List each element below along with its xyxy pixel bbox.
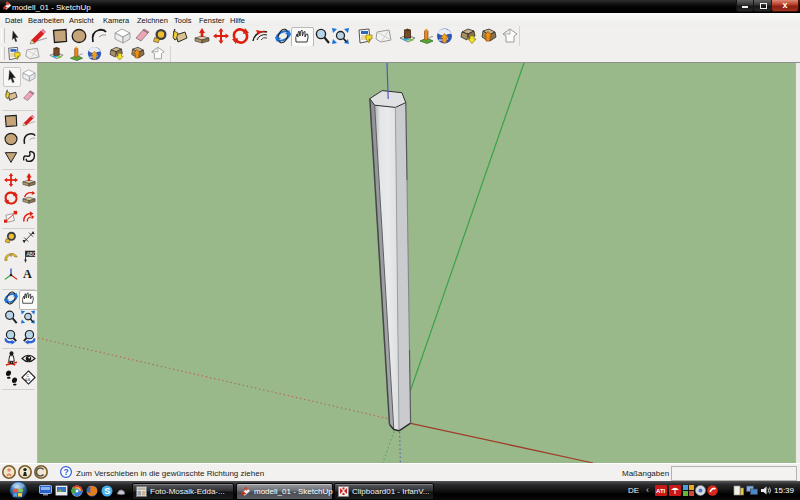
svg-text:&S: &S [25,377,31,382]
svg-text:A: A [23,267,32,281]
svg-text:S: S [104,486,110,496]
svg-text:?: ? [64,467,69,477]
svg-text:ATI: ATI [656,488,666,494]
svg-text:ABC: ABC [26,252,36,257]
